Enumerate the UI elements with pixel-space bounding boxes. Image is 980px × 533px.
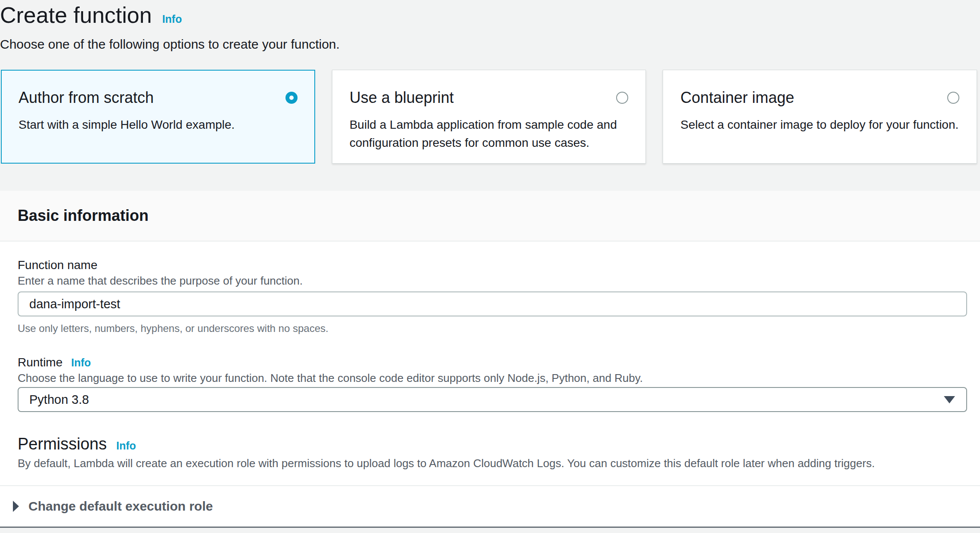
function-name-constraint: Use only letters, numbers, hyphens, or u… (18, 322, 967, 335)
card-author-from-scratch[interactable]: Author from scratch Start with a simple … (1, 70, 315, 164)
permissions-section-header: Permissions Info (18, 434, 967, 453)
card-title: Use a blueprint (350, 88, 454, 107)
expander-label: Change default execution role (28, 499, 213, 514)
card-description: Build a Lambda application from sample c… (350, 116, 629, 152)
card-title: Container image (680, 88, 794, 107)
basic-information-panel: Basic information Function name Enter a … (0, 191, 980, 528)
runtime-field: Runtime Info Choose the language to use … (18, 355, 967, 412)
card-title: Author from scratch (19, 88, 154, 107)
permissions-heading: Permissions (18, 434, 107, 453)
function-name-description: Enter a name that describes the purpose … (18, 274, 967, 287)
card-description: Select a container image to deploy for y… (680, 116, 959, 134)
function-name-label: Function name (18, 258, 967, 273)
panel-body: Function name Enter a name that describe… (0, 242, 980, 470)
function-name-field: Function name Enter a name that describe… (18, 258, 967, 335)
runtime-description: Choose the language to use to write your… (18, 372, 967, 384)
creation-option-cards: Author from scratch Start with a simple … (1, 70, 977, 164)
card-container-image[interactable]: Container image Select a container image… (663, 70, 977, 164)
runtime-selected-option: Python 3.8 (29, 393, 89, 407)
page-subtitle: Choose one of the following options to c… (0, 36, 980, 53)
card-use-a-blueprint[interactable]: Use a blueprint Build a Lambda applicati… (332, 70, 646, 164)
card-description: Start with a simple Hello World example. (19, 116, 298, 134)
panel-heading: Basic information (18, 207, 149, 225)
permissions-info-link[interactable]: Info (116, 440, 136, 452)
page-header: Create function Info Choose one of the f… (0, 0, 980, 53)
caret-right-icon (13, 501, 19, 512)
page-title: Create function (0, 2, 152, 28)
function-name-input[interactable] (18, 291, 967, 316)
permissions-description: By default, Lambda will create an execut… (18, 457, 967, 470)
panel-header: Basic information (0, 191, 980, 242)
chevron-down-icon (944, 396, 955, 403)
runtime-info-link[interactable]: Info (71, 356, 91, 369)
runtime-select[interactable]: Python 3.8 (18, 387, 967, 412)
radio-use-a-blueprint[interactable] (616, 92, 628, 104)
radio-container-image[interactable] (947, 92, 959, 104)
radio-author-from-scratch[interactable] (285, 92, 298, 104)
create-function-info-link[interactable]: Info (162, 13, 182, 25)
runtime-label: Runtime (18, 355, 62, 370)
change-execution-role-expander[interactable]: Change default execution role (0, 486, 980, 527)
